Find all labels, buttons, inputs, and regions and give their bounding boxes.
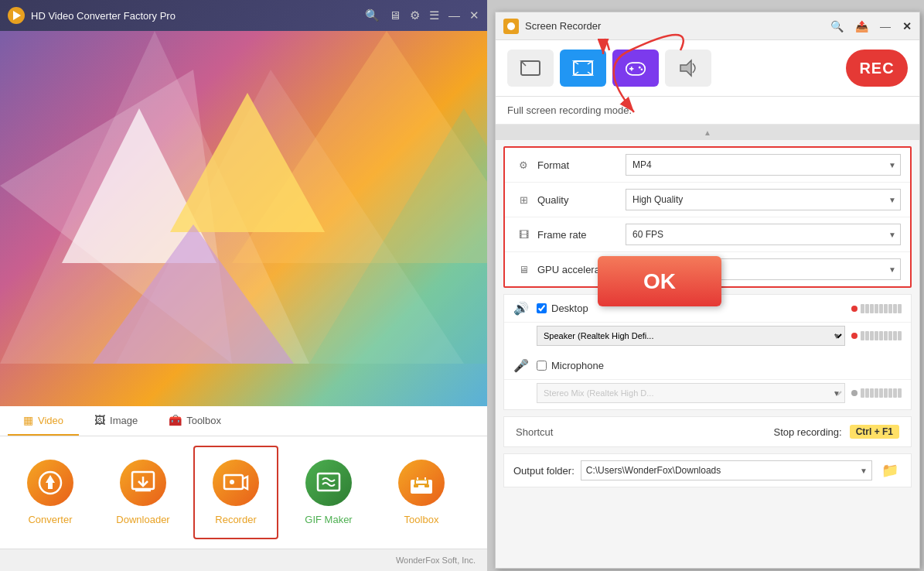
microphone-checkbox[interactable] (537, 361, 547, 371)
recorder-share-icon[interactable]: 📤 (855, 20, 868, 32)
recorder-close-icon[interactable]: ✕ (902, 20, 912, 32)
desktop-device-row: Speaker (Realtek High Defi... ▼ (504, 323, 911, 352)
svg-point-28 (641, 68, 643, 70)
tool-converter[interactable]: Converter (8, 446, 93, 539)
desktop-volume-segments (861, 304, 902, 313)
microphone-device-volume (851, 388, 902, 398)
toolbox-tab-label: Toolbox (186, 415, 221, 426)
output-path-input[interactable] (581, 460, 872, 480)
svg-rect-20 (424, 484, 429, 487)
rec-tab-game[interactable] (612, 50, 659, 87)
recorder-search-icon[interactable]: 🔍 (830, 20, 844, 32)
m-seg-4 (875, 388, 878, 398)
microphone-device-select-wrapper: Stereo Mix (Realtek High D... ▼ (537, 383, 845, 403)
converter-icon (27, 460, 73, 506)
quality-icon: ⊞ (514, 194, 533, 206)
microphone-volume-dot (851, 390, 858, 396)
desktop-label: Desktop (551, 303, 588, 314)
framerate-select[interactable]: 60 FPS 30 FPS 24 FPS (626, 224, 901, 245)
d-seg-7 (888, 331, 892, 340)
minimize-icon[interactable]: — (448, 9, 460, 22)
format-select-wrapper: MP4 AVI MOV ▼ (626, 154, 901, 176)
vol-seg-2 (865, 304, 869, 313)
main-app-window: HD Video Converter Factory Pro 🔍 🖥 ⚙ ☰ —… (0, 0, 487, 571)
monitor-icon[interactable]: 🖥 (389, 9, 401, 22)
desktop-checkbox-label[interactable]: Desktop (537, 303, 588, 314)
svg-rect-16 (318, 474, 339, 491)
vol-seg-7 (888, 304, 892, 313)
desktop-device-select[interactable]: Speaker (Realtek High Defi... (537, 326, 845, 346)
rec-tab-audio[interactable] (665, 50, 711, 87)
recorder-label: Recorder (215, 514, 256, 525)
tab-video[interactable]: ▦ Video (8, 406, 79, 436)
app-title: HD Video Converter Factory Pro (31, 10, 365, 22)
background-art (0, 31, 487, 364)
format-select[interactable]: MP4 AVI MOV (626, 154, 901, 176)
output-path-wrapper: ▼ (581, 460, 872, 480)
image-tab-label: Image (110, 415, 138, 426)
menu-icon[interactable]: ☰ (429, 9, 439, 22)
footer-brand: WonderFox Soft, Inc. (396, 556, 476, 565)
mode-description-text: Full screen recording mode. (507, 104, 632, 116)
tool-toolbox[interactable]: Toolbox (379, 446, 464, 539)
tool-gif-maker[interactable]: GIF Maker (286, 446, 371, 539)
desktop-volume-bar (851, 304, 902, 313)
m-seg-7 (888, 388, 892, 398)
m-seg-3 (870, 388, 874, 398)
vol-seg-6 (884, 304, 888, 313)
m-seg-9 (898, 388, 902, 398)
d-seg-5 (879, 331, 883, 340)
scroll-indicator[interactable] (496, 125, 919, 140)
framerate-icon: 🎞 (514, 229, 533, 241)
shortcut-action: Stop recording: (773, 426, 841, 438)
audio-section: 🔊 Desktop (503, 294, 912, 410)
recorder-toolbar: REC (496, 40, 919, 97)
svg-rect-10 (48, 481, 53, 489)
microphone-audio-row: 🎤 Microphone (504, 352, 911, 380)
shortcut-key: Ctrl + F1 (850, 425, 899, 439)
settings-icon[interactable]: ⚙ (410, 9, 420, 22)
recorder-title-bar: Screen Recorder 🔍 📤 — ✕ (496, 12, 919, 40)
m-seg-1 (861, 388, 864, 398)
recorder-title: Screen Recorder (525, 20, 830, 32)
vol-seg-3 (870, 304, 874, 313)
format-label: Format (533, 159, 626, 171)
desktop-volume-dot (851, 306, 858, 312)
svg-point-15 (230, 480, 234, 484)
gif-maker-icon (305, 460, 352, 506)
tool-recorder[interactable]: Recorder (193, 446, 278, 539)
d-seg-4 (875, 331, 878, 340)
framerate-label: Frame rate (533, 229, 626, 241)
format-row: ⚙ Format MP4 AVI MOV ▼ (505, 148, 910, 183)
output-section: Output folder: ▼ 📁 (503, 453, 912, 487)
svg-marker-29 (680, 60, 691, 76)
rec-record-button[interactable]: REC (846, 50, 908, 87)
tab-image[interactable]: 🖼 Image (79, 406, 153, 436)
vol-seg-5 (879, 304, 883, 313)
vol-seg-1 (861, 304, 864, 313)
search-icon[interactable]: 🔍 (365, 9, 380, 22)
tools-row: Converter Downloader Recorder (0, 436, 487, 549)
shortcut-row: Shortcut Stop recording: Ctrl + F1 (516, 425, 899, 439)
ok-button[interactable]: OK (598, 256, 721, 306)
quality-select[interactable]: High Quality Medium Quality Low Quality (626, 189, 901, 210)
microphone-checkbox-label[interactable]: Microphone (537, 360, 604, 371)
microphone-device-row: Stereo Mix (Realtek High D... ▼ (504, 380, 911, 409)
shortcut-label: Shortcut (516, 426, 553, 438)
microphone-device-select[interactable]: Stereo Mix (Realtek High D... (537, 383, 845, 403)
close-icon[interactable]: ✕ (469, 9, 479, 22)
recorder-minimize-icon[interactable]: — (880, 20, 891, 32)
svg-point-27 (639, 67, 641, 69)
desktop-checkbox[interactable] (537, 303, 547, 313)
tool-downloader[interactable]: Downloader (101, 446, 186, 539)
rec-tab-fullscreen[interactable] (560, 50, 606, 87)
output-folder-button[interactable]: 📁 (878, 460, 902, 480)
tab-toolbox[interactable]: 🧰 Toolbox (153, 406, 237, 436)
tab-bar: ▦ Video 🖼 Image 🧰 Toolbox (0, 406, 487, 436)
m-seg-8 (893, 388, 897, 398)
recorder-icon (213, 460, 259, 506)
app-logo (8, 7, 25, 24)
quality-select-wrapper: High Quality Medium Quality Low Quality … (626, 189, 901, 210)
rec-tab-custom[interactable] (507, 50, 554, 87)
toolbox-icon (398, 460, 445, 506)
